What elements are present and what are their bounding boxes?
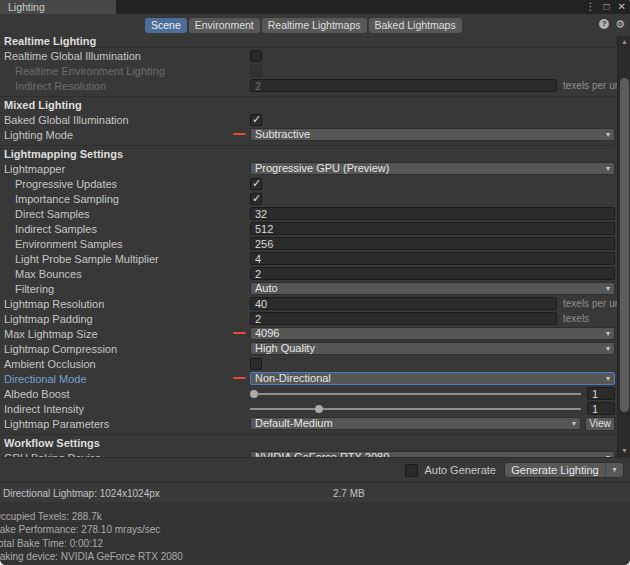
field-label: Progressive Updates <box>0 178 250 190</box>
row-max-lightmap-size: Max Lightmap Size 4096 ▾ <box>0 326 615 341</box>
field-label: Lightmap Resolution <box>0 298 250 310</box>
row-indirect-intensity: Indirect Intensity 1 <box>0 401 615 416</box>
realtime-gi-checkbox[interactable] <box>250 50 262 62</box>
row-progressive-updates: Progressive Updates <box>0 176 615 191</box>
titlebar: Lighting ⋮ □ ✕ <box>0 0 630 14</box>
max-lightmap-size-dropdown[interactable]: 4096 ▾ <box>250 327 615 340</box>
field-label: Lightmap Compression <box>0 343 250 355</box>
toolbar-right: ? ⚙ <box>599 18 625 30</box>
chevron-down-icon: ▾ <box>606 283 610 294</box>
view-button[interactable]: View <box>585 417 615 431</box>
window-tab-lighting[interactable]: Lighting <box>0 0 116 14</box>
field-label: Baked Global Illumination <box>0 114 250 126</box>
tab-scene[interactable]: Scene <box>145 18 187 33</box>
modified-marker <box>233 332 246 334</box>
field-label: Albedo Boost <box>0 388 250 400</box>
row-lightmap-parameters: Lightmap Parameters Default-Medium ▾ Vie… <box>0 416 615 431</box>
kebab-menu-icon[interactable]: ⋮ <box>586 0 596 14</box>
field-label: Indirect Samples <box>0 223 250 235</box>
ambient-occlusion-checkbox[interactable] <box>250 358 262 370</box>
row-baked-global-illumination: Baked Global Illumination <box>0 112 615 127</box>
row-indirect-resolution: Indirect Resolution 2 texels per unit <box>0 78 615 93</box>
field-label: Importance Sampling <box>0 193 250 205</box>
max-bounces-input[interactable]: 2 <box>250 267 615 280</box>
lightmap-compression-dropdown[interactable]: High Quality ▾ <box>250 342 615 355</box>
slider-handle[interactable] <box>315 405 323 413</box>
progressive-updates-checkbox[interactable] <box>250 178 262 190</box>
unit-suffix: texels per unit <box>563 80 625 91</box>
chevron-down-icon: ▾ <box>606 328 610 339</box>
light-probe-sample-multiplier-input[interactable]: 4 <box>250 252 615 265</box>
row-lightmap-padding: Lightmap Padding 2 texels <box>0 311 615 326</box>
indirect-resolution-input: 2 <box>250 79 557 92</box>
scroll-down-arrow-icon[interactable]: ▼ <box>618 446 630 456</box>
row-gpu-baking-device: GPU Baking Device NVIDIA GeForce RTX 208… <box>0 450 615 458</box>
baked-gi-checkbox[interactable] <box>250 114 262 126</box>
dropdown-value: Auto <box>255 283 606 294</box>
indirect-intensity-slider[interactable] <box>250 402 581 416</box>
indirect-samples-input[interactable]: 512 <box>250 222 615 235</box>
tab-baked-lightmaps[interactable]: Baked Lightmaps <box>369 18 462 33</box>
section-header-realtime-lighting: Realtime Lighting <box>0 36 615 48</box>
unit-suffix: texels per unit <box>563 298 625 309</box>
field-label: Environment Samples <box>0 238 250 250</box>
lightmap-parameters-dropdown[interactable]: Default-Medium ▾ <box>250 417 581 430</box>
auto-generate-checkbox[interactable] <box>405 464 418 477</box>
environment-samples-input[interactable]: 256 <box>250 237 615 250</box>
close-icon[interactable]: ✕ <box>618 0 626 14</box>
tab-realtime-lightmaps[interactable]: Realtime Lightmaps <box>262 18 367 33</box>
row-lightmap-resolution: Lightmap Resolution 40 texels per unit <box>0 296 615 311</box>
importance-sampling-checkbox[interactable] <box>250 193 262 205</box>
albedo-boost-slider[interactable] <box>250 387 581 401</box>
scrollbar-thumb[interactable] <box>620 78 629 412</box>
row-lightmap-compression: Lightmap Compression High Quality ▾ <box>0 341 615 356</box>
albedo-boost-input[interactable]: 1 <box>587 387 615 400</box>
row-albedo-boost: Albedo Boost 1 <box>0 386 615 401</box>
filtering-dropdown[interactable]: Auto ▾ <box>250 282 615 295</box>
gpu-baking-device-dropdown[interactable]: NVIDIA GeForce RTX 2080 ▾ <box>250 451 615 458</box>
maximize-icon[interactable]: □ <box>604 0 610 14</box>
dropdown-value: High Quality <box>255 343 606 354</box>
stat-total-bake-time: Total Bake Time: 0:00:12 <box>0 538 103 549</box>
scroll-up-arrow-icon[interactable]: ▲ <box>618 37 630 47</box>
field-label: Realtime Environment Lighting <box>0 65 250 77</box>
help-icon[interactable]: ? <box>599 19 609 29</box>
generate-lighting-label: Generate Lighting <box>505 463 605 477</box>
row-realtime-global-illumination: Realtime Global Illumination <box>0 48 615 63</box>
lightmap-resolution-input[interactable]: 40 <box>250 297 557 310</box>
generate-options-dropdown[interactable]: ▾ <box>605 463 623 477</box>
row-environment-samples: Environment Samples 256 <box>0 236 615 251</box>
auto-generate-label: Auto Generate <box>424 464 496 476</box>
lighting-tab-group: Scene Environment Realtime Lightmaps Bak… <box>145 18 462 33</box>
gear-icon[interactable]: ⚙ <box>615 18 625 30</box>
lightmap-status-row: Directional Lightmap: 1024x1024px 2.7 MB <box>0 482 630 502</box>
row-filtering: Filtering Auto ▾ <box>0 281 615 296</box>
unit-suffix: texels <box>563 313 589 324</box>
vertical-scrollbar[interactable]: ▲ ▼ <box>617 36 630 457</box>
generate-lighting-button[interactable]: Generate Lighting ▾ <box>504 462 624 478</box>
indirect-intensity-input[interactable]: 1 <box>587 402 615 415</box>
field-label: Realtime Global Illumination <box>0 50 250 62</box>
slider-handle[interactable] <box>250 390 258 398</box>
field-label: Lightmap Parameters <box>0 418 250 430</box>
modified-marker <box>233 377 246 379</box>
dropdown-value: Progressive GPU (Preview) <box>255 163 606 174</box>
lightmapper-dropdown[interactable]: Progressive GPU (Preview) ▾ <box>250 162 615 175</box>
row-ambient-occlusion: Ambient Occlusion <box>0 356 615 371</box>
chevron-down-icon: ▾ <box>606 129 610 140</box>
stat-occupied-texels: Occupied Texels: 288.7k <box>0 511 102 522</box>
tab-environment[interactable]: Environment <box>189 18 260 33</box>
direct-samples-input[interactable]: 32 <box>250 207 615 220</box>
field-label: Indirect Intensity <box>0 403 250 415</box>
directional-mode-dropdown[interactable]: Non-Directional ▾ <box>250 372 615 385</box>
section-header-workflow-settings: Workflow Settings <box>0 434 615 450</box>
dropdown-value: Default-Medium <box>255 418 572 429</box>
generate-controls: Auto Generate Generate Lighting ▾ <box>0 458 630 482</box>
field-label: Indirect Resolution <box>0 80 250 92</box>
row-max-bounces: Max Bounces 2 <box>0 266 615 281</box>
field-label: Direct Samples <box>0 208 250 220</box>
chevron-down-icon: ▾ <box>572 418 576 429</box>
lighting-mode-dropdown[interactable]: Subtractive ▾ <box>250 128 615 141</box>
dropdown-value: Non-Directional <box>255 373 606 384</box>
lightmap-padding-input[interactable]: 2 <box>250 312 557 325</box>
